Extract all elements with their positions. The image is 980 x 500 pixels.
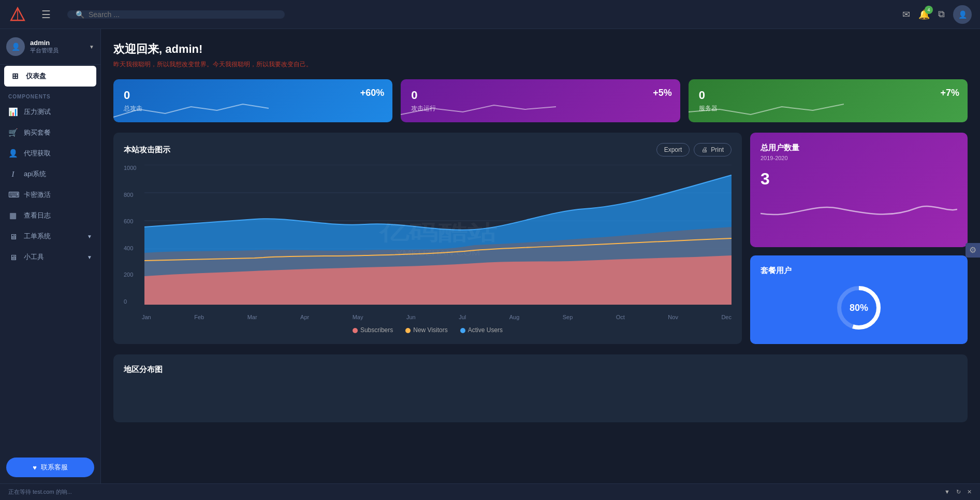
package-card: 套餐用户 80% — [750, 255, 968, 344]
sidebar-user[interactable]: 👤 admin 平台管理员 ▼ — [0, 29, 100, 65]
contact-label: 联系客服 — [41, 463, 68, 472]
main-content: 欢迎回来, admin! 昨天我很聪明，所以我想改变世界。今天我很聪明，所以我要… — [101, 29, 980, 483]
region-section: 地区分布图 — [113, 354, 968, 422]
stat-change: +7% — [940, 88, 959, 98]
stat-card-running-attacks: 0 攻击运行 +5% — [401, 79, 680, 122]
sidebar-arrow-icon: ▼ — [89, 44, 94, 50]
contact-support-button[interactable]: ♥ 联系客服 — [6, 458, 94, 477]
sidebar-item-label: 购买套餐 — [24, 128, 51, 137]
search-input[interactable] — [89, 10, 276, 19]
sidebar-item-buy-package[interactable]: 🛒 购买套餐 — [0, 122, 100, 143]
export-button[interactable]: Export — [656, 143, 690, 156]
total-users-card: 总用户数量 2019-2020 3 — [750, 133, 968, 247]
stat-cards-row: 0 总攻击 +60% 0 攻击运行 +5% — [113, 79, 968, 122]
close-icon[interactable]: ✕ — [967, 489, 972, 495]
total-users-period: 2019-2020 — [760, 155, 957, 161]
arrow-icon: ▼ — [87, 254, 92, 260]
sidebar-item-tools[interactable]: 🖥 小工具 ▼ — [0, 247, 100, 267]
stat-change: +60% — [360, 88, 385, 98]
api-icon: I — [8, 170, 18, 179]
sidebar-item-api[interactable]: I api系统 — [0, 164, 100, 184]
bell-icon[interactable]: 🔔 4 — [918, 9, 930, 20]
chevron-down-icon[interactable]: ▼ — [944, 489, 950, 495]
sidebar-item-label: 工单系统 — [24, 232, 51, 241]
sidebar-item-card-activate[interactable]: ⌨ 卡密激活 — [0, 184, 100, 205]
sidebar: 👤 admin 平台管理员 ▼ ⊞ 仪表盘 COMPONENTS 📊 压力测试 … — [0, 29, 101, 483]
tools-icon: 🖥 — [8, 253, 18, 262]
sidebar-item-label: 压力测试 — [24, 107, 51, 117]
card-icon: ⌨ — [8, 190, 18, 199]
package-title: 套餐用户 — [760, 266, 792, 276]
user-info: admin 平台管理员 — [30, 39, 84, 54]
dashboard-icon: ⊞ — [10, 72, 20, 81]
refresh-icon[interactable]: ↻ — [956, 489, 961, 495]
chart-legend: Subscribers New Visitors Active Users — [124, 326, 732, 334]
chart-header: 本站攻击图示 Export 🖨 Print — [124, 143, 732, 156]
x-labels: JanFebMarAprMayJunJulAugSepOctNovDec — [142, 314, 732, 320]
sidebar-item-dashboard[interactable]: ⊞ 仪表盘 — [4, 66, 96, 87]
region-title: 地区分布图 — [124, 365, 957, 375]
region-placeholder — [124, 381, 957, 412]
user-avatar-sidebar: 👤 — [6, 37, 25, 56]
stat-change: +5% — [653, 88, 672, 98]
y-labels: 10008006004002000 — [124, 165, 142, 305]
footer-right: ▼ ↻ ✕ — [944, 489, 972, 495]
main-layout: 👤 admin 平台管理员 ▼ ⊞ 仪表盘 COMPONENTS 📊 压力测试 … — [0, 29, 980, 483]
user-role: 平台管理员 — [30, 47, 84, 54]
main-attack-chart: 本站攻击图示 Export 🖨 Print 10008006004002000 — [113, 133, 742, 344]
sidebar-item-label: 卡密激活 — [24, 190, 51, 199]
chart-actions: Export 🖨 Print — [656, 143, 732, 156]
logs-icon: ▦ — [8, 211, 18, 220]
chart-svg: 亿码酷站 YMKUZHAN.COM — [144, 165, 732, 305]
footer-bar: 正在等待 test.com 的响... ▼ ↻ ✕ — [0, 483, 980, 500]
print-label: Print — [711, 146, 724, 153]
sidebar-item-label: 代理获取 — [24, 149, 51, 158]
svg-text:亿码酷站: 亿码酷站 — [379, 221, 498, 244]
legend-subscribers: Subscribers — [353, 326, 393, 334]
side-charts: 总用户数量 2019-2020 3 套餐用户 — [750, 133, 968, 344]
sidebar-item-stress-test[interactable]: 📊 压力测试 — [0, 102, 100, 122]
menu-toggle-button[interactable]: ☰ — [37, 4, 55, 25]
email-icon[interactable]: ✉ — [902, 9, 910, 20]
heart-icon: ♥ — [33, 464, 37, 472]
footer-status: 正在等待 test.com 的响... — [8, 488, 72, 496]
sidebar-item-view-logs[interactable]: ▦ 查看日志 — [0, 205, 100, 226]
settings-float-button[interactable]: ⚙ — [966, 243, 980, 258]
charts-row: 本站攻击图示 Export 🖨 Print 10008006004002000 — [113, 133, 968, 344]
user-avatar[interactable]: 👤 — [953, 5, 972, 24]
svg-text:YMKUZHAN.COM: YMKUZHAN.COM — [396, 249, 480, 257]
topbar: ☰ 🔍 ✉ 🔔 4 ⧉ 👤 — [0, 0, 980, 29]
topbar-right: ✉ 🔔 4 ⧉ 👤 — [902, 5, 972, 24]
stress-test-icon: 📊 — [8, 107, 18, 117]
welcome-title: 欢迎回来, admin! — [113, 41, 968, 57]
total-users-value: 3 — [760, 169, 957, 189]
app: ☰ 🔍 ✉ 🔔 4 ⧉ 👤 👤 admin 平台管理员 ▼ — [0, 0, 980, 500]
donut-chart: 80% — [833, 282, 885, 334]
print-icon: 🖨 — [701, 146, 708, 153]
buy-package-icon: 🛒 — [8, 128, 18, 137]
legend-new-visitors: New Visitors — [405, 326, 447, 334]
sidebar-item-label: 小工具 — [24, 252, 44, 262]
settings-icon: ⚙ — [969, 245, 976, 255]
sidebar-item-label: 仪表盘 — [26, 72, 46, 81]
logo — [8, 5, 27, 24]
print-button[interactable]: 🖨 Print — [694, 143, 732, 156]
notification-badge: 4 — [925, 6, 933, 14]
total-users-title: 总用户数量 — [760, 143, 957, 153]
user-name: admin — [30, 39, 84, 47]
sidebar-item-proxy-access[interactable]: 👤 代理获取 — [0, 143, 100, 164]
ticket-icon: 🖥 — [8, 232, 18, 241]
chart-area: 10008006004002000 — [124, 165, 732, 320]
donut-label: 80% — [850, 303, 868, 313]
welcome-subtitle: 昨天我很聪明，所以我想改变世界。今天我很聪明，所以我要改变自己。 — [113, 60, 968, 69]
sidebar-item-label: api系统 — [24, 169, 46, 179]
layers-icon[interactable]: ⧉ — [938, 9, 945, 20]
search-icon: 🔍 — [76, 10, 84, 19]
search-box: 🔍 — [67, 10, 285, 19]
stat-card-servers: 0 服务器 +7% — [689, 79, 968, 122]
arrow-icon: ▼ — [87, 234, 92, 239]
stat-card-total-attacks: 0 总攻击 +60% — [113, 79, 392, 122]
sidebar-item-ticket-system[interactable]: 🖥 工单系统 ▼ — [0, 226, 100, 247]
legend-active-users: Active Users — [460, 326, 503, 334]
chart-title: 本站攻击图示 — [124, 145, 170, 155]
